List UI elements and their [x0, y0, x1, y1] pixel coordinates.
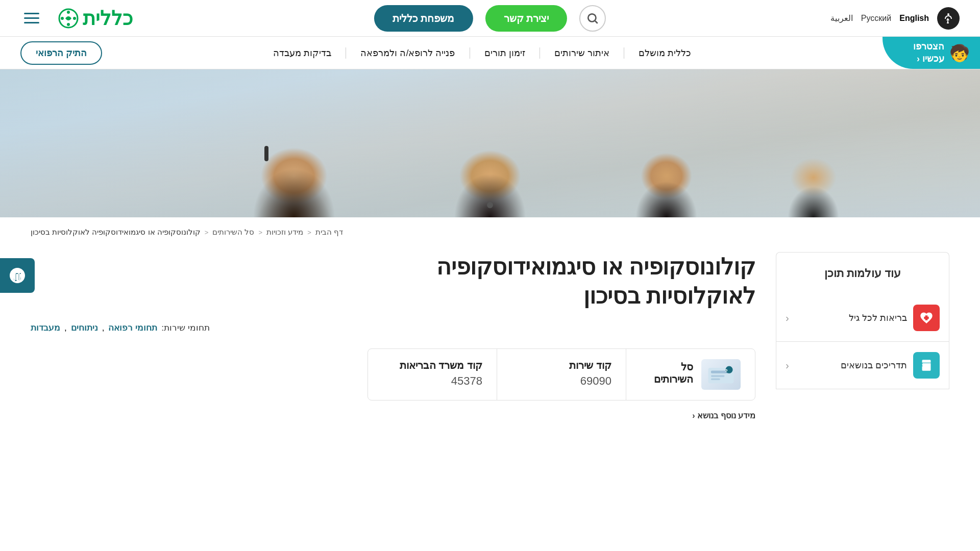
family-button[interactable]: משפחת כללית — [374, 5, 473, 32]
breadcrumb-home[interactable]: דף הבית — [315, 228, 343, 237]
nav-item-lab-tests[interactable]: בדיקות מעבדה — [259, 47, 346, 59]
svg-rect-14 — [711, 379, 720, 381]
lang-russian[interactable]: Русский — [861, 14, 891, 23]
svg-point-7 — [73, 17, 76, 20]
search-icon — [586, 12, 599, 25]
service-tag-sep-1: , — [102, 323, 105, 333]
sidebar-item-guides[interactable]: Rx תדריכים בנושאים › — [776, 342, 949, 389]
service-code-card: קוד שירות 69090 — [497, 349, 626, 400]
search-button[interactable] — [579, 5, 606, 32]
service-tags-label: תחומי שירות: — [161, 322, 209, 333]
sidebar-arrow-guides: › — [786, 360, 789, 371]
sal-card-icon: כ — [707, 364, 735, 385]
svg-text:Rx: Rx — [919, 361, 923, 367]
sal-card-title: סל השירותים — [641, 361, 693, 385]
service-tag-medicine[interactable]: תחומי רפואה — [108, 322, 157, 333]
top-bar-right: כללית — [20, 7, 133, 30]
nav-item-service-locator[interactable]: איתור שירותים — [540, 47, 624, 59]
sidebar-item-health-label: בריאות לכל גיל — [795, 312, 907, 323]
promo-text: הצטרפו עכשיו ‹ — [913, 41, 944, 65]
breadcrumb: דף הבית < מידע וזכויות < סל השירותים < ק… — [0, 217, 980, 242]
promo-banner[interactable]: 🧒 הצטרפו עכשיו ‹ — [883, 37, 980, 69]
nav-bar: 🧒 הצטרפו עכשיו ‹ כללית מושלם איתור שירות… — [0, 37, 980, 69]
svg-rect-13 — [711, 375, 725, 378]
hero-section — [0, 69, 980, 217]
content-wrapper: דף הבית < מידע וזכויות < סל השירותים < ק… — [0, 217, 980, 441]
breadcrumb-services[interactable]: סל השירותים — [212, 228, 254, 237]
lang-arabic[interactable]: العربية — [830, 13, 853, 23]
hero-dot-indicator[interactable] — [487, 202, 493, 208]
health-ministry-title: קוד משרד הבריאות — [382, 359, 482, 371]
contact-button[interactable]: יצירת קשר — [485, 5, 568, 32]
sal-card-content: כ סל השירותים — [641, 359, 741, 390]
nav-links: כללית מושלם איתור שירותים זימון תורים פנ… — [259, 47, 705, 59]
hero-figures — [0, 69, 980, 217]
logo-icon — [57, 7, 80, 30]
hamburger-line-3 — [24, 22, 39, 23]
top-bar-center: יצירת קשר משפחת כללית — [374, 5, 606, 32]
floating-hands-icon — [8, 266, 27, 285]
sidebar-header: עוד עולמות תוכן — [776, 252, 949, 294]
hamburger-line-2 — [24, 17, 39, 19]
breadcrumb-sep-2: < — [258, 229, 262, 236]
accessibility-button[interactable] — [937, 7, 960, 30]
service-tag-labs[interactable]: מעבדות — [31, 322, 60, 333]
sidebar-item-guides-label: תדריכים בנושאים — [795, 360, 907, 371]
breadcrumb-sep-1: < — [307, 229, 311, 236]
service-code-value: 69090 — [511, 374, 611, 388]
svg-point-5 — [67, 23, 70, 26]
top-bar: English Русский العربية יצירת קשר משפחת … — [0, 0, 980, 37]
nav-right: התיק הרפואי — [20, 41, 102, 65]
top-bar-left: English Русский العربية — [830, 7, 960, 30]
health-icon — [913, 305, 940, 331]
service-info-cards: כ סל השירותים קוד שירות 69090 קוד משרד ה… — [368, 348, 755, 400]
rx-icon: Rx — [919, 358, 934, 372]
logo-text: כללית — [83, 7, 133, 30]
hamburger-button[interactable] — [20, 7, 43, 30]
lang-english[interactable]: English — [899, 14, 929, 23]
sidebar-arrow-health: › — [786, 312, 789, 324]
heart-icon — [919, 311, 934, 325]
hero-people-composite — [0, 69, 980, 217]
sidebar: עוד עולמות תוכן בריאות לכל גיל › Rx — [776, 252, 949, 389]
breadcrumb-current: קולונוסקופיה או סיגמואידוסקופיה לאוקלוסי… — [31, 228, 201, 237]
service-tags: תחומי שירות: תחומי רפואה , ניתוחים , מעב… — [31, 322, 755, 333]
svg-point-0 — [947, 13, 949, 15]
health-ministry-value: 45378 — [382, 374, 482, 388]
promo-mascot-icon: 🧒 — [949, 43, 970, 63]
sal-image: כ — [701, 359, 741, 390]
svg-point-1 — [588, 14, 596, 21]
floating-accessibility-button[interactable] — [0, 258, 35, 293]
svg-point-6 — [61, 17, 64, 20]
more-info-label: מידע נוסף בנושא ‹ — [692, 411, 755, 420]
content-right: קולונוסקופיה או סיגמואידוסקופיה לאוקלוסי… — [31, 252, 755, 420]
page-title: קולונוסקופיה או סיגמואידוסקופיה לאוקלוסי… — [31, 252, 755, 310]
main-section: עוד עולמות תוכן בריאות לכל גיל › Rx — [0, 242, 980, 441]
service-tag-surgeries[interactable]: ניתוחים — [71, 322, 98, 333]
sidebar-item-health[interactable]: בריאות לכל גיל › — [776, 294, 949, 342]
guides-icon: Rx — [913, 352, 940, 379]
breadcrumb-sep-3: < — [205, 229, 209, 236]
hamburger-line-1 — [24, 13, 39, 14]
promo-box[interactable]: 🧒 הצטרפו עכשיו ‹ — [883, 37, 980, 69]
svg-rect-8 — [922, 359, 932, 371]
logo[interactable]: כללית — [57, 7, 133, 30]
health-ministry-card: קוד משרד הבריאות 45378 — [368, 349, 497, 400]
nav-item-doctor-contact[interactable]: פנייה לרופא/ה ולמרפאה — [346, 47, 470, 59]
nav-item-klalit-moshlam[interactable]: כללית מושלם — [624, 47, 705, 59]
accessibility-icon — [942, 12, 954, 24]
service-code-title: קוד שירות — [511, 359, 611, 371]
more-info-section: מידע נוסף בנושא ‹ — [31, 411, 755, 420]
svg-line-2 — [595, 21, 598, 23]
service-tag-sep-2: , — [64, 323, 67, 333]
sal-card: כ סל השירותים — [626, 349, 755, 400]
medical-file-button[interactable]: התיק הרפואי — [20, 41, 102, 65]
svg-point-4 — [67, 11, 70, 14]
breadcrumb-info[interactable]: מידע וזכויות — [266, 228, 303, 237]
headset-detail — [264, 146, 268, 161]
nav-item-appointments[interactable]: זימון תורים — [470, 47, 540, 59]
